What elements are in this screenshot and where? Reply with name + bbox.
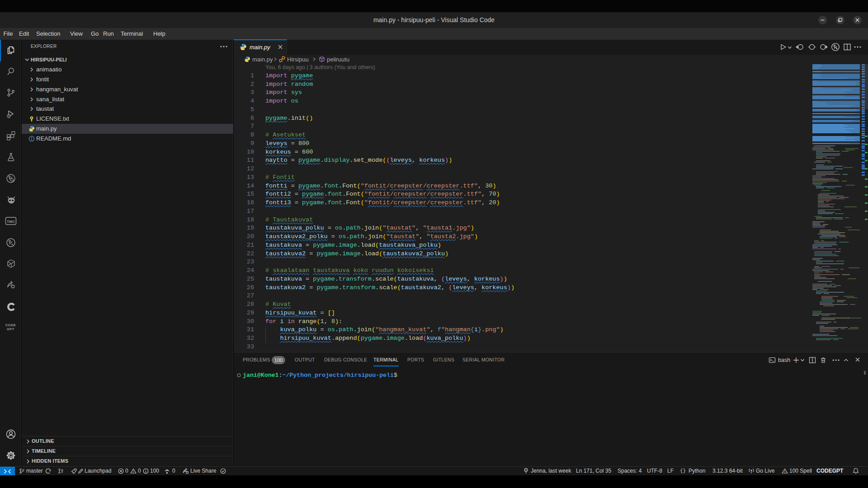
svg-text:TMC: TMC: [7, 220, 15, 224]
